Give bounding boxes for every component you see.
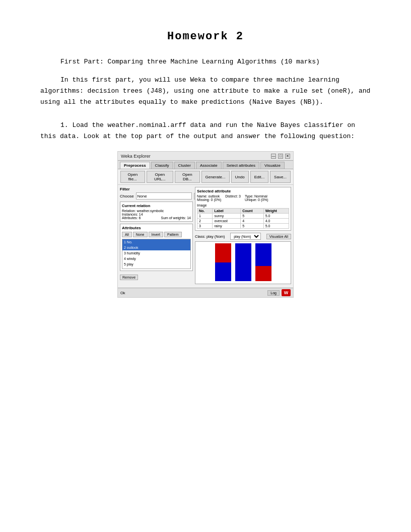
minimize-button[interactable]: —: [271, 154, 276, 159]
attr-buttons: All None Invert Pattern: [122, 232, 191, 237]
row1-count: 5: [241, 214, 263, 219]
attr-item-3[interactable]: 3 humidity: [122, 250, 190, 256]
question-1: 1. Load the weather.nominal.arff data an…: [40, 120, 371, 142]
table-header-count: Count: [241, 209, 263, 214]
attr-name-info: Name: outlook Missing: 0 (0%): [197, 194, 221, 202]
open-db-button[interactable]: Open DB...: [175, 171, 199, 183]
chart-area: [195, 241, 291, 284]
weka-status-bar: Ok Log W: [118, 288, 293, 297]
selected-attr-info: Name: outlook Missing: 0 (0%) Distinct: …: [197, 194, 289, 202]
none-button[interactable]: None: [133, 232, 148, 237]
bar-overcast-yes: [235, 243, 251, 281]
weka-logo: W: [282, 289, 291, 296]
save-button[interactable]: Save...: [270, 171, 291, 183]
bar-sunny: [215, 243, 231, 281]
row1-weight: 5.0: [263, 214, 289, 219]
selected-attr-title: Selected attribute: [197, 189, 289, 193]
tab-classify[interactable]: Classify: [151, 162, 173, 169]
class-row: Class: play (Nom) play (Nom) Visualize A…: [195, 233, 291, 240]
attr-type-info: Type: Nominal Unique: 0 (0%): [245, 194, 268, 202]
row2-count: 4: [241, 219, 263, 224]
attr-item-2[interactable]: 2 outlook: [122, 245, 190, 250]
bar-overcast: [235, 243, 251, 281]
row3-no: 3: [197, 224, 213, 229]
weka-body: Filter Choose Apply Stop Current relatio…: [118, 185, 293, 288]
row2-weight: 4.0: [263, 219, 289, 224]
filter-label: Filter: [120, 187, 193, 191]
remove-button[interactable]: Remove: [120, 275, 138, 280]
attr-list: 1 No. 2 outlook 3 humidity 4 windy 5 pla…: [122, 239, 191, 269]
bar-rainy-no: [255, 266, 271, 281]
weka-toolbar: Open file... Open URL... Open DB... Gene…: [118, 169, 293, 185]
invert-button[interactable]: Invert: [149, 232, 164, 237]
row3-weight: 5.0: [263, 224, 289, 229]
bar-rainy-yes: [255, 243, 271, 266]
table-row: 2 overcast 4 4.0: [197, 219, 289, 224]
row2-label: overcast: [213, 219, 241, 224]
class-select[interactable]: play (Nom): [230, 233, 261, 240]
weka-titlebar: Weka Explorer — □ ✕: [118, 152, 293, 161]
maximize-button[interactable]: □: [278, 154, 283, 159]
attributes-count: Attributes: 6: [122, 216, 141, 220]
close-button[interactable]: ✕: [285, 154, 290, 159]
pattern-button[interactable]: Pattern: [164, 232, 182, 237]
bar-sunny-yes: [215, 262, 231, 282]
weka-title: Weka Explorer: [121, 154, 151, 159]
attributes-box: Attributes All None Invert Pattern 1 No.…: [120, 224, 193, 271]
row1-no: 1: [197, 214, 213, 219]
image-label: Image: [197, 204, 289, 207]
attr-table: No. Label Count Weight 1 sunny 5 5.0: [197, 208, 289, 229]
row3-label: rainy: [213, 224, 241, 229]
undo-button[interactable]: Undo: [231, 171, 249, 183]
selected-attr-box: Selected attribute Name: outlook Missing…: [195, 187, 291, 231]
tab-visualize[interactable]: Visualize: [260, 162, 285, 169]
visualize-all-button[interactable]: Visualize All: [266, 234, 291, 239]
attr-item-1[interactable]: 1 No.: [122, 239, 190, 245]
tab-cluster[interactable]: Cluster: [174, 162, 195, 169]
open-file-button[interactable]: Open file...: [120, 171, 145, 183]
current-relation-box: Current relation Relation: weather.symbo…: [120, 202, 193, 222]
all-button[interactable]: All: [122, 232, 132, 237]
attr-item-4[interactable]: 4 windy: [122, 256, 190, 261]
filter-row: Choose Apply Stop: [120, 192, 193, 200]
class-label: Class: play (Nom): [195, 234, 225, 239]
tab-select-attributes[interactable]: Select attributes: [223, 162, 259, 169]
tab-preprocess[interactable]: Preprocess: [120, 162, 150, 169]
attr-item-5[interactable]: 5 play: [122, 261, 190, 267]
weka-screenshot: Weka Explorer — □ ✕ Preprocess Classify …: [117, 151, 294, 298]
intro-paragraph: In this first part, you will use Weka to…: [40, 75, 371, 108]
choose-label: Choose: [120, 194, 134, 198]
weka-tabs: Preprocess Classify Cluster Associate Se…: [118, 161, 293, 169]
current-relation-title: Current relation: [122, 204, 191, 208]
instances-label: Instances: 14: [122, 213, 191, 216]
weka-right-panel: Selected attribute Name: outlook Missing…: [195, 187, 291, 286]
row2-no: 2: [197, 219, 213, 224]
log-button[interactable]: Log: [267, 290, 280, 296]
status-right: Log W: [267, 289, 291, 296]
attributes-title: Attributes: [122, 226, 191, 230]
relation-name: Relation: weather.symbolic: [122, 209, 191, 213]
table-header-weight: Weight: [263, 209, 289, 214]
bar-sunny-no: [215, 243, 231, 262]
row3-count: 5: [241, 224, 263, 229]
tab-associate[interactable]: Associate: [196, 162, 222, 169]
bar-rainy: [255, 243, 271, 281]
weka-left-panel: Filter Choose Apply Stop Current relatio…: [120, 187, 193, 286]
status-text: Ok: [120, 291, 125, 295]
page-title: Homework 2: [40, 30, 371, 43]
table-header-no: No.: [197, 209, 213, 214]
filter-section: Filter Choose Apply Stop: [120, 187, 193, 200]
open-url-button[interactable]: Open URL...: [147, 171, 174, 183]
table-row: 1 sunny 5 5.0: [197, 214, 289, 219]
attr-detail-info: Distinct: 3: [225, 194, 241, 202]
section-header: First Part: Comparing three Machine Lear…: [40, 58, 371, 65]
titlebar-controls: — □ ✕: [271, 154, 290, 159]
choose-input[interactable]: [136, 192, 192, 200]
table-row: 3 rainy 5 5.0: [197, 224, 289, 229]
table-header-label: Label: [213, 209, 241, 214]
generate-button[interactable]: Generate...: [201, 171, 230, 183]
row1-label: sunny: [213, 214, 241, 219]
edit-button[interactable]: Edit...: [250, 171, 268, 183]
sum-of-weights: Sum of weights: 14: [161, 216, 191, 220]
